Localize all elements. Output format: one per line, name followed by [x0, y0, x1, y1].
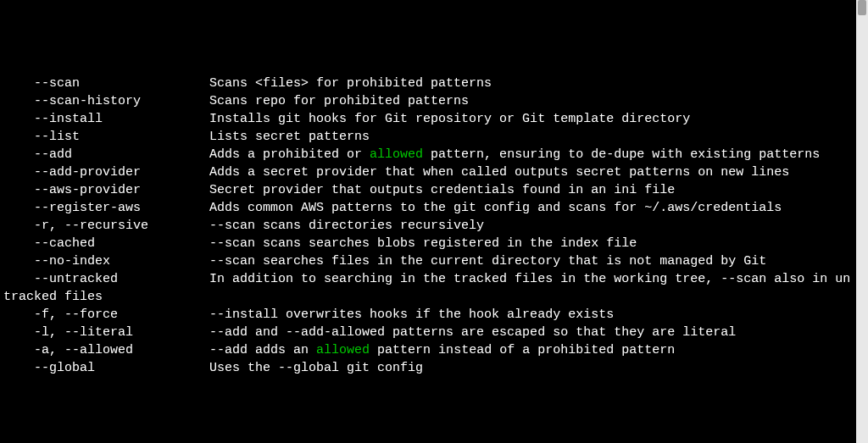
vertical-scrollbar[interactable] [856, 0, 868, 443]
option-flag: --register-aws [3, 199, 209, 217]
help-option-row: -r, --recursive --scan scans directories… [3, 217, 856, 235]
option-flag: --add [3, 146, 209, 163]
highlighted-term: allowed [370, 147, 423, 162]
option-flag: -a, --allowed [3, 341, 209, 359]
help-option-row: --aws-provider Secret provider that outp… [3, 181, 856, 199]
option-description: Adds common AWS patterns to the git conf… [209, 201, 782, 215]
help-option-row: --add-provider Adds a secret provider th… [3, 163, 856, 181]
option-description: Adds a secret provider that when called … [209, 165, 789, 180]
terminal-output: --scan Scans <files> for prohibited patt… [3, 75, 856, 443]
option-flag: --add-provider [3, 163, 209, 181]
option-flag: --install [3, 110, 209, 128]
option-flag: -l, --literal [3, 324, 209, 341]
help-option-row: --scan-history Scans repo for prohibited… [3, 92, 856, 110]
option-description: pattern, ensuring to de-dupe with existi… [423, 147, 820, 162]
option-flag: --cached [3, 235, 209, 252]
option-description: Secret provider that outputs credentials… [209, 183, 675, 197]
help-option-row: -a, --allowed --add adds an allowed patt… [3, 341, 856, 359]
option-flag: --scan [3, 75, 209, 92]
help-option-row: --global Uses the --global git config [3, 359, 856, 377]
option-description: --add and --add-allowed patterns are esc… [209, 325, 736, 340]
help-option-row: --list Lists secret patterns [3, 128, 856, 146]
option-flag: --untracked [3, 270, 209, 288]
option-description: --scan scans searches blobs registered i… [209, 236, 637, 251]
option-description: Adds a prohibited or [209, 147, 370, 162]
scrollbar-thumb[interactable] [858, 0, 866, 15]
help-option-row: --untracked In addition to searching in … [3, 270, 856, 306]
option-flag: --global [3, 359, 209, 377]
option-flag: --list [3, 128, 209, 146]
option-flag: --no-index [3, 252, 209, 270]
help-option-row: --add Adds a prohibited or allowed patte… [3, 146, 856, 163]
option-description: Scans repo for prohibited patterns [209, 94, 469, 108]
option-description: Uses the --global git config [209, 361, 423, 375]
option-description: --scan scans directories recursively [209, 219, 484, 233]
option-flag: --aws-provider [3, 181, 209, 199]
option-description: --scan searches files in the current dir… [209, 254, 766, 269]
help-option-row: --register-aws Adds common AWS patterns … [3, 199, 856, 217]
highlighted-term: allowed [316, 343, 370, 357]
help-option-row: --install Installs git hooks for Git rep… [3, 110, 856, 128]
option-description: Lists secret patterns [209, 130, 370, 144]
option-description: Scans <files> for prohibited patterns [209, 76, 492, 91]
option-flag: -r, --recursive [3, 217, 209, 235]
help-option-row: --scan Scans <files> for prohibited patt… [3, 75, 856, 92]
option-description: --install overwrites hooks if the hook a… [209, 307, 614, 322]
help-option-row: -f, --force --install overwrites hooks i… [3, 306, 856, 324]
help-option-row: --no-index --scan searches files in the … [3, 252, 856, 270]
option-flag: --scan-history [3, 92, 209, 110]
option-flag: -f, --force [3, 306, 209, 324]
option-description: Installs git hooks for Git repository or… [209, 112, 690, 126]
option-description: pattern instead of a prohibited pattern [370, 343, 675, 357]
help-option-row: -l, --literal --add and --add-allowed pa… [3, 324, 856, 341]
option-description: --add adds an [209, 343, 316, 357]
help-option-row: --cached --scan scans searches blobs reg… [3, 235, 856, 252]
